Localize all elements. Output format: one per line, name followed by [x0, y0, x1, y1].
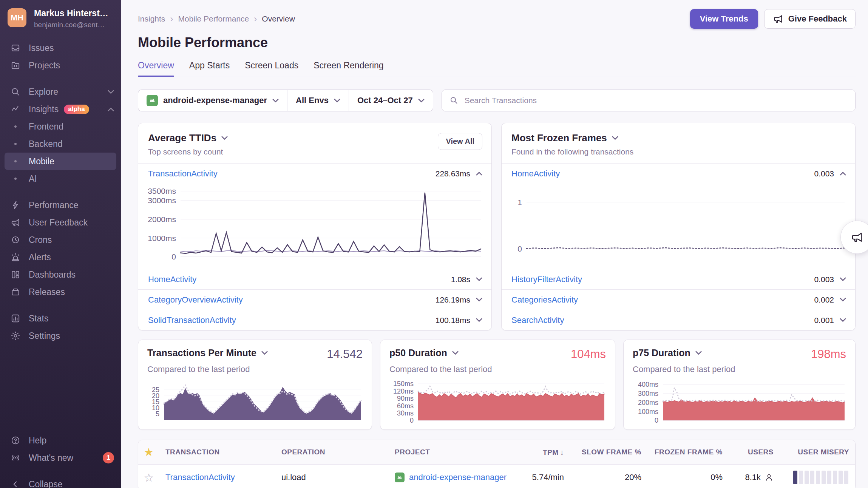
sidebar-item-label: Collapse	[29, 479, 63, 488]
sidebar-item-backend[interactable]: Backend	[0, 135, 121, 153]
chevron-down-icon[interactable]	[261, 351, 268, 355]
favorite-star-icon[interactable]: ☆	[144, 471, 154, 484]
sidebar-item-label: Stats	[29, 313, 48, 324]
favorites-column-star-icon[interactable]: ★	[144, 446, 153, 458]
chevron-down-icon	[272, 99, 279, 103]
sidebar-item-dashboards[interactable]: Dashboards	[0, 266, 121, 283]
chevron-down-icon[interactable]	[452, 351, 459, 355]
p50-area-chart: 150ms120ms90ms60ms30ms0	[389, 380, 606, 423]
sidebar-item-issues[interactable]: Issues	[0, 39, 121, 57]
bar-chart-icon	[11, 313, 20, 323]
sidebar-item-insights[interactable]: Insights alpha	[0, 100, 121, 118]
sidebar-item-projects[interactable]: Projects	[0, 57, 121, 74]
p75-area-chart: 400ms300ms200ms100ms0	[633, 380, 846, 423]
column-user-misery[interactable]: USER MISERY	[780, 448, 855, 456]
view-trends-button[interactable]: View Trends	[690, 9, 758, 29]
sidebar-item-whats-new[interactable]: What's new 1	[0, 449, 121, 466]
column-frozen-frame[interactable]: FROZEN FRAME %	[647, 448, 729, 456]
breadcrumb-insights[interactable]: Insights	[138, 14, 165, 23]
column-slow-frame[interactable]: SLOW FRAME %	[570, 448, 647, 456]
chevron-down-icon[interactable]	[612, 136, 618, 140]
sidebar-item-label: Crons	[29, 235, 52, 245]
tab-app-starts[interactable]: App Starts	[189, 60, 230, 77]
megaphone-icon	[851, 231, 863, 244]
transaction-link[interactable]: SearchActivity	[511, 315, 564, 325]
sidebar-item-alerts[interactable]: Alerts	[0, 249, 121, 266]
sidebar-item-ai[interactable]: AI	[0, 170, 121, 187]
column-transaction[interactable]: TRANSACTION	[159, 448, 275, 456]
column-tpm[interactable]: TPM↓	[513, 448, 570, 457]
sidebar-footer: Help What's new 1 Collapse	[0, 432, 121, 488]
transaction-link[interactable]: HistoryFilterActivity	[511, 275, 582, 284]
org-user-menu[interactable]: MH Markus Hinterst… benjamin.coe@sent…	[8, 8, 115, 29]
sidebar-nav: Issues Projects Explore Insights alpha F…	[0, 39, 121, 344]
environment-filter[interactable]: All Envs	[287, 90, 349, 111]
expand-row-chevron[interactable]	[840, 318, 846, 322]
project-filter[interactable]: android-expense-manager	[138, 90, 287, 111]
project-link[interactable]: android-expense-manager	[409, 473, 507, 482]
sidebar-item-label: Insights	[29, 104, 59, 114]
transaction-search	[442, 90, 856, 111]
expand-row-chevron[interactable]	[476, 298, 482, 302]
user-email: benjamin.coe@sent…	[34, 21, 108, 29]
frozen-value: 0.003	[814, 169, 834, 178]
breadcrumb-mobile-performance[interactable]: Mobile Performance	[178, 14, 249, 23]
sidebar-item-settings[interactable]: Settings	[0, 327, 121, 344]
sidebar-item-help[interactable]: Help	[0, 432, 121, 449]
view-all-button[interactable]: View All	[438, 133, 482, 150]
expand-row-chevron[interactable]	[840, 298, 846, 302]
expand-row-chevron[interactable]	[476, 318, 482, 322]
transaction-link[interactable]: TransactionActivity	[148, 169, 218, 179]
chevron-down-icon[interactable]	[221, 136, 228, 140]
sidebar-item-performance[interactable]: Performance	[0, 196, 121, 214]
sidebar-item-label: Explore	[29, 87, 58, 97]
sidebar-item-label: Dashboards	[29, 270, 76, 280]
transaction-link[interactable]: TransactionActivity	[165, 473, 235, 482]
sidebar-item-stats[interactable]: Stats	[0, 310, 121, 327]
svg-text:90ms: 90ms	[397, 395, 414, 402]
tab-screen-loads[interactable]: Screen Loads	[245, 60, 298, 77]
page-filters: android-expense-manager All Envs Oct 24–…	[138, 90, 433, 111]
tab-screen-rendering[interactable]: Screen Rendering	[314, 60, 383, 77]
bullet-icon	[11, 156, 20, 166]
svg-text:3500ms: 3500ms	[148, 187, 176, 195]
user-icon	[765, 473, 774, 482]
transaction-link[interactable]: HomeActivity	[511, 169, 560, 179]
inbox-icon	[11, 43, 20, 53]
transaction-link[interactable]: CategoriesActivity	[511, 295, 578, 305]
column-operation[interactable]: OPERATION	[275, 448, 389, 456]
sidebar-collapse-button[interactable]: Collapse	[0, 476, 121, 488]
search-input[interactable]	[464, 96, 848, 105]
column-project[interactable]: PROJECT	[389, 448, 513, 456]
transaction-link[interactable]: SolidTransactionActivity	[148, 315, 236, 325]
svg-text:400ms: 400ms	[638, 381, 658, 388]
sidebar-item-frontend[interactable]: Frontend	[0, 118, 121, 135]
expand-row-chevron[interactable]	[476, 277, 482, 281]
svg-text:0: 0	[171, 252, 176, 261]
give-feedback-button[interactable]: Give Feedback	[764, 9, 856, 29]
alpha-badge: alpha	[64, 105, 89, 114]
broadcast-icon	[11, 453, 20, 463]
tab-overview[interactable]: Overview	[138, 60, 174, 77]
transaction-link[interactable]: HomeActivity	[148, 275, 196, 284]
p75-subtitle: Compared to the last period	[633, 364, 846, 374]
sidebar-item-releases[interactable]: Releases	[0, 283, 121, 301]
transaction-link[interactable]: CategoryOverviewActivity	[148, 295, 243, 305]
sidebar-item-mobile[interactable]: Mobile	[5, 153, 116, 170]
sidebar-item-explore[interactable]: Explore	[0, 83, 121, 100]
search-icon	[11, 87, 20, 97]
date-range-filter[interactable]: Oct 24–Oct 27	[349, 90, 433, 111]
expand-row-chevron[interactable]	[840, 277, 846, 281]
sidebar-item-crons[interactable]: Crons	[0, 231, 121, 249]
svg-text:120ms: 120ms	[393, 388, 414, 395]
collapse-row-chevron[interactable]	[476, 171, 482, 176]
sidebar-item-user-feedback[interactable]: User Feedback	[0, 214, 121, 231]
tpm-subtitle: Compared to the last period	[147, 364, 363, 374]
frozen-frame-cell: 0%	[647, 473, 729, 482]
breadcrumb-separator: ›	[170, 14, 173, 23]
column-users[interactable]: USERS	[729, 448, 780, 456]
collapse-row-chevron[interactable]	[840, 171, 846, 176]
chevron-down-icon[interactable]	[695, 351, 702, 355]
avatar: MH	[8, 8, 26, 27]
svg-text:100ms: 100ms	[638, 408, 658, 415]
